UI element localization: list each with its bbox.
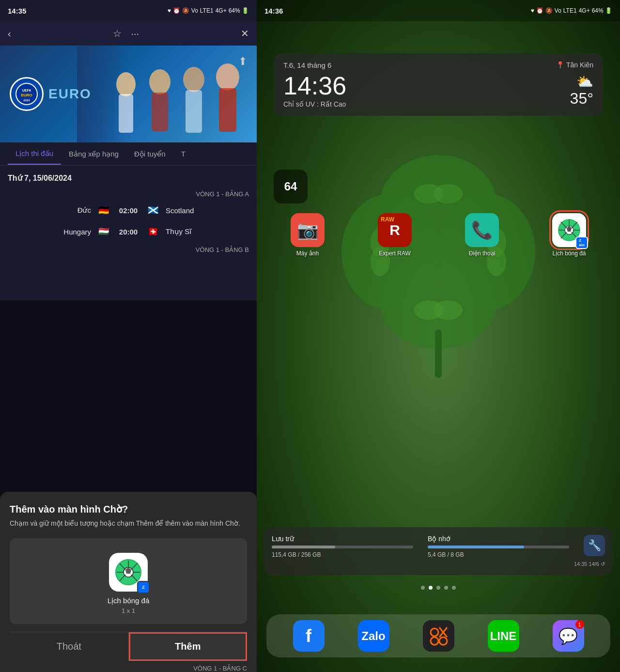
main-app-row: 📷 Máy ảnh R RAW Expert RAW 📞 Điện thoại bbox=[264, 213, 613, 257]
weather-card: T.6, 14 tháng 6 📍 Tân Kiên 14:36 Chỉ số … bbox=[274, 53, 603, 116]
dot-5 bbox=[452, 586, 456, 590]
storage-bo-nho: Bộ nhớ 5,4 GB / 8 GB bbox=[428, 535, 569, 558]
round-label-a: VÒNG 1 - BẢNG A bbox=[8, 190, 249, 198]
more-icon[interactable]: ··· bbox=[131, 28, 140, 39]
page-dots bbox=[257, 586, 620, 590]
expert-raw-icon: R bbox=[389, 222, 400, 238]
browser-nav-bar: ‹ ☆ ··· ✕ bbox=[0, 21, 257, 46]
notif-date: T.6, 14 tháng 6 bbox=[283, 61, 331, 69]
soccer-label: Lịch bóng đá bbox=[552, 250, 586, 257]
app-phone[interactable]: 📞 Điện thoại bbox=[465, 213, 499, 257]
storage-tool-icon[interactable]: 🔧 bbox=[584, 535, 605, 556]
facebook-icon: f bbox=[306, 626, 311, 646]
svg-point-45 bbox=[431, 628, 438, 636]
notif-top: T.6, 14 tháng 6 📍 Tân Kiên bbox=[283, 61, 593, 69]
storage-row: Lưu trữ 115,4 GB / 256 GB Bộ nhớ 5,4 GB … bbox=[272, 535, 605, 558]
bookmark-icon[interactable]: ☆ bbox=[113, 28, 122, 39]
svg-rect-9 bbox=[186, 90, 202, 133]
home-team-2: Hungary bbox=[47, 228, 91, 236]
dock: f Zalo LINE bbox=[266, 614, 610, 657]
away-flag-1: 🏴󠁧󠁢󠁳󠁣󠁴󠁿 bbox=[146, 203, 160, 217]
back-icon[interactable]: ‹ bbox=[8, 28, 11, 39]
status-icons-right: ♥ ⏰ 🔕 Vo LTE1 4G+ 64% 🔋 bbox=[531, 7, 612, 14]
modal-title: Thêm vào màn hình Chờ? bbox=[10, 503, 247, 515]
share-icon[interactable]: ⬆ bbox=[238, 55, 247, 68]
status-bar-right: 14:36 ♥ ⏰ 🔕 Vo LTE1 4G+ 64% 🔋 bbox=[257, 0, 620, 21]
svg-point-49 bbox=[439, 637, 447, 645]
lte-icon: LTE1 bbox=[200, 7, 214, 14]
notif-time-big: 14:36 bbox=[283, 73, 346, 98]
tab-more[interactable]: T bbox=[173, 144, 193, 164]
expert-raw-icon-wrap: R RAW bbox=[378, 213, 412, 247]
notif-temp: 35° bbox=[570, 90, 593, 108]
bo-nho-bar-fill bbox=[428, 546, 524, 548]
battery-icon-r: 64% 🔋 bbox=[592, 7, 612, 14]
heart-icon: ♥ bbox=[168, 7, 171, 14]
storage-timestamp: 14:35 14/6 ↺ bbox=[272, 561, 605, 567]
tab-doi-tuyen[interactable]: Đội tuyển bbox=[126, 144, 173, 164]
luu-tru-value: 115,4 GB / 256 GB bbox=[272, 551, 413, 558]
status-icons-left: ♥ ⏰ 🔕 Vo LTE1 4G+ 64% 🔋 bbox=[168, 7, 249, 14]
app-expert-raw[interactable]: R RAW Expert RAW bbox=[378, 213, 412, 257]
dock-facebook[interactable]: f bbox=[293, 620, 325, 652]
camera-label: Máy ảnh bbox=[296, 250, 319, 257]
tab-bang-xep-hang[interactable]: Bảng xếp hạng bbox=[61, 144, 126, 164]
svg-point-4 bbox=[116, 72, 136, 96]
svg-rect-7 bbox=[152, 93, 168, 131]
dot-2 bbox=[429, 586, 433, 590]
notif-time-temp: 14:36 Chỉ số UV : Rất Cao bbox=[283, 73, 346, 108]
soccer-zalo-badge: Zalo bbox=[575, 236, 588, 249]
network-icon-r: 4G+ bbox=[579, 7, 590, 14]
dock-ox[interactable] bbox=[423, 620, 454, 652]
notif-uv: Chỉ số UV : Rất Cao bbox=[283, 100, 346, 108]
app-preview-box: Z Lịch bóng đá 1 x 1 bbox=[10, 538, 247, 624]
dock-zalo[interactable]: Zalo bbox=[358, 620, 389, 652]
home-team-1: Đức bbox=[47, 206, 91, 215]
app-camera[interactable]: 📷 Máy ảnh bbox=[291, 213, 325, 257]
tabs-bar: Lịch thi đấu Bảng xếp hạng Đội tuyển T bbox=[0, 142, 257, 166]
app-icon-preview: Z bbox=[109, 553, 148, 592]
app-counter[interactable]: 64 bbox=[274, 170, 308, 203]
app-soccer[interactable]: Zalo Lịch bóng đá bbox=[552, 213, 586, 257]
svg-text:UEFA: UEFA bbox=[22, 89, 31, 92]
phone-label: Điện thoại bbox=[469, 250, 496, 257]
facebook-icon-wrap: f bbox=[293, 620, 325, 652]
luu-tru-bar-bg bbox=[272, 546, 413, 548]
counter-row: 64 bbox=[264, 170, 613, 203]
svg-point-8 bbox=[183, 67, 204, 92]
dock-line[interactable]: LINE bbox=[488, 620, 519, 652]
dock-messenger[interactable]: 💬 1 bbox=[553, 620, 584, 652]
status-time-right: 14:36 bbox=[264, 7, 283, 15]
messenger-icon-wrap: 💬 1 bbox=[553, 620, 584, 652]
expert-raw-label: Expert RAW bbox=[379, 250, 411, 257]
tab-lich-thi-dau[interactable]: Lịch thi đấu bbox=[8, 143, 61, 165]
euro-title: EURO bbox=[48, 86, 92, 102]
euro-logo: UEFA EURO 2024 bbox=[10, 77, 44, 111]
mute-icon: 🔕 bbox=[182, 7, 189, 14]
zalo-badge: Z bbox=[137, 581, 150, 594]
ox-icon-wrap bbox=[423, 620, 454, 652]
hero-banner: UEFA EURO 2024 EURO bbox=[0, 46, 257, 142]
modal-card: Thêm vào màn hình Chờ? Chạm và giữ một b… bbox=[0, 492, 257, 672]
close-icon[interactable]: ✕ bbox=[241, 28, 249, 39]
svg-text:2024: 2024 bbox=[23, 99, 30, 102]
match-row-1[interactable]: Đức 🇩🇪 02:00 🏴󠁧󠁢󠁳󠁣󠁴󠁿 Scotland bbox=[8, 203, 249, 217]
app-area: 64 📷 Máy ảnh R RAW Expert RAW bbox=[264, 170, 613, 257]
bo-nho-bar-bg bbox=[428, 546, 569, 548]
signal-text: Vo bbox=[191, 7, 198, 14]
left-panel: 14:35 ♥ ⏰ 🔕 Vo LTE1 4G+ 64% 🔋 ‹ ☆ ··· ✕ … bbox=[0, 0, 257, 672]
storage-luu-tru: Lưu trữ 115,4 GB / 256 GB bbox=[272, 535, 413, 558]
right-panel: 14:36 ♥ ⏰ 🔕 Vo LTE1 4G+ 64% 🔋 T.6, 14 th… bbox=[257, 0, 620, 672]
match-row-2[interactable]: Hungary 🇭🇺 20:00 🇨🇭 Thụy Sĩ bbox=[8, 225, 249, 238]
camera-icon-wrap: 📷 bbox=[291, 213, 325, 247]
confirm-button[interactable]: Thêm bbox=[129, 632, 248, 661]
svg-rect-26 bbox=[435, 329, 442, 378]
svg-point-30 bbox=[434, 300, 463, 320]
hero-players bbox=[77, 46, 257, 142]
cancel-button[interactable]: Thoát bbox=[10, 632, 129, 661]
messenger-badge: 1 bbox=[575, 620, 584, 629]
browser-nav-center: ☆ ··· bbox=[113, 28, 140, 39]
camera-icon: 📷 bbox=[297, 220, 319, 240]
svg-point-48 bbox=[431, 637, 438, 645]
svg-point-10 bbox=[216, 63, 239, 91]
